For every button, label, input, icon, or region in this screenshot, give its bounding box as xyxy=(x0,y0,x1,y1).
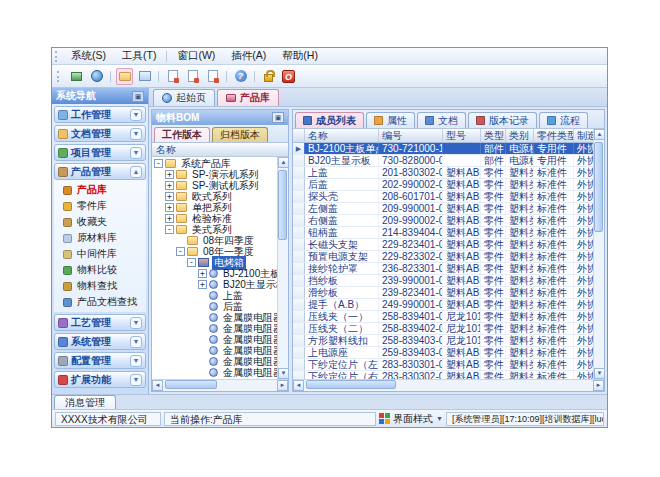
tree-toggle-icon[interactable]: + xyxy=(198,269,207,278)
tab-start-page[interactable]: 起始页 xyxy=(153,89,215,106)
menubar-grip[interactable] xyxy=(55,51,60,62)
member-tab-3[interactable]: 版本记录 xyxy=(468,112,537,128)
sidebar-section-3[interactable]: 产品管理▲ xyxy=(54,163,146,180)
sidebar-section-1[interactable]: 文档管理▼ xyxy=(54,125,146,142)
row-selector[interactable] xyxy=(293,323,305,334)
row-selector[interactable] xyxy=(293,239,305,250)
table-row[interactable]: 长磁头支架229-823401-00X塑料ABS零件塑料类标准件外协条 xyxy=(293,239,593,251)
member-tab-2[interactable]: 文档 xyxy=(417,112,466,128)
menu-tools[interactable]: 工具(T) xyxy=(114,48,164,64)
sidebar-item[interactable]: 物料查找 xyxy=(54,278,146,294)
chevron-up-icon[interactable]: ▲ xyxy=(130,166,142,178)
bom-panel-pin-button[interactable]: ▣ xyxy=(272,112,284,123)
table-row[interactable]: 下纱定位片（左）283-830301-00X塑料ABS零件塑料类标准件外协条 xyxy=(293,359,593,371)
exit-icon[interactable]: O xyxy=(280,68,297,85)
tree-toggle-icon[interactable]: - xyxy=(187,258,196,267)
chevron-down-icon[interactable]: ▼ xyxy=(130,147,142,159)
grid-column-header[interactable]: 制造方式 xyxy=(574,129,593,142)
tree-toggle-icon[interactable]: + xyxy=(165,214,174,223)
member-tab-1[interactable]: 属性 xyxy=(366,112,415,128)
sidebar-section-6[interactable]: 配置管理▼ xyxy=(54,352,146,369)
grid-column-header[interactable]: 型号 xyxy=(443,129,481,142)
chevron-down-icon[interactable]: ▼ xyxy=(130,355,142,367)
row-selector[interactable] xyxy=(293,251,305,262)
tree-node[interactable]: 上盖 xyxy=(152,290,277,301)
tree-node[interactable]: +BJ20主显示板 xyxy=(152,279,277,290)
table-row[interactable]: ▶BJ-2100主板单点730-721000-12X部件电源板专用件外协颗 xyxy=(293,143,593,155)
table-row[interactable]: BJ20主显示板730-828000-04X部件电源板专用件外协颗 xyxy=(293,155,593,167)
sidebar-item[interactable]: 收藏夹 xyxy=(54,214,146,230)
grid-column-header[interactable]: 类别 xyxy=(506,129,534,142)
tree-toggle-icon[interactable]: + xyxy=(165,181,174,190)
tree-toggle-icon[interactable]: - xyxy=(165,225,174,234)
row-selector[interactable] xyxy=(293,227,305,238)
row-selector[interactable] xyxy=(293,167,305,178)
sidebar-item[interactable]: 中间件库 xyxy=(54,246,146,262)
sidebar-item[interactable]: 产品库 xyxy=(54,182,146,198)
chevron-down-icon[interactable]: ▼ xyxy=(130,317,142,329)
scroll-left-icon[interactable]: ◄ xyxy=(152,380,163,391)
globe-icon[interactable] xyxy=(88,68,105,85)
table-row[interactable]: 上盖201-830302-00X塑料ABS零件塑料类标准件外协条 xyxy=(293,167,593,179)
sidebar-item[interactable]: 零件库 xyxy=(54,198,146,214)
chevron-down-icon[interactable]: ▼ xyxy=(130,374,142,386)
scroll-left-icon[interactable]: ◄ xyxy=(293,380,304,391)
chevron-down-icon[interactable]: ▼ xyxy=(130,336,142,348)
table-row[interactable]: 滑纱板239-823401-00X塑料ABS零件塑料类标准件外协条 xyxy=(293,287,593,299)
scroll-up-icon[interactable]: ▲ xyxy=(594,129,604,140)
chevron-down-icon[interactable]: ▼ xyxy=(130,109,142,121)
menu-system[interactable]: 系统(S) xyxy=(63,48,114,64)
tree-toggle-icon[interactable]: + xyxy=(165,203,174,212)
tree-toggle-icon[interactable]: - xyxy=(154,159,163,168)
grid-view-icon[interactable] xyxy=(136,68,153,85)
ui-style-dropdown[interactable]: 界面样式 ▼ xyxy=(379,412,443,426)
row-selector[interactable] xyxy=(293,275,305,286)
row-selector[interactable] xyxy=(293,371,305,379)
table-row[interactable]: 后盖202-990002-01X塑料ABS零件塑料类标准件外协条 xyxy=(293,179,593,191)
help-icon[interactable]: ? xyxy=(232,68,249,85)
table-row[interactable]: 挡纱板239-990001-01X塑料ABS零件塑料类标准件外协条 xyxy=(293,275,593,287)
scroll-down-icon[interactable]: ▼ xyxy=(594,368,604,379)
sidebar-collapse-button[interactable]: ▣ xyxy=(132,91,144,102)
table-row[interactable]: 压线夹（一）258-839401-00X尼龙1010零件塑料类标准件外协条 xyxy=(293,311,593,323)
grid-vertical-scrollbar[interactable]: ▲ ▼ xyxy=(593,129,604,379)
row-selector[interactable] xyxy=(293,335,305,346)
row-selector[interactable] xyxy=(293,287,305,298)
menu-plugins[interactable]: 插件(A) xyxy=(223,48,274,64)
table-row[interactable]: 上电源座259-839403-00X塑料ABS零件塑料类标准件外协条 xyxy=(293,347,593,359)
tab-product-library[interactable]: 产品库 xyxy=(217,89,279,106)
tab-archived-version[interactable]: 归档版本 xyxy=(212,127,268,142)
table-row[interactable]: 探头壳208-601701-01X塑料ABS零件塑料类标准件外协条 xyxy=(293,191,593,203)
row-selector[interactable] xyxy=(293,191,305,202)
table-row[interactable]: 右侧盖209-990002-01X塑料ABS零件塑料类标准件外协条 xyxy=(293,215,593,227)
tree-toggle-icon[interactable]: + xyxy=(165,170,174,179)
doc-edit-icon[interactable] xyxy=(184,68,201,85)
sidebar-section-5[interactable]: 系统管理▼ xyxy=(54,333,146,350)
tree-vertical-scrollbar[interactable]: ▲ ▼ xyxy=(277,157,288,379)
sidebar-section-7[interactable]: 扩展功能▼ xyxy=(54,371,146,388)
row-selector[interactable] xyxy=(293,359,305,370)
table-row[interactable]: 下纱定位片（右）283-830302-00X塑料ABS零件塑料类标准件外协条 xyxy=(293,371,593,379)
sidebar-section-0[interactable]: 工作管理▼ xyxy=(54,106,146,123)
row-selector[interactable] xyxy=(293,311,305,322)
doc-delete-icon[interactable] xyxy=(204,68,221,85)
lock-icon[interactable] xyxy=(260,68,277,85)
scroll-right-icon[interactable]: ► xyxy=(593,380,604,391)
sidebar-item[interactable]: 原材料库 xyxy=(54,230,146,246)
system-icon[interactable] xyxy=(68,68,85,85)
table-row[interactable]: 压线夹（二）258-839402-00X尼龙1010零件塑料类标准件外协条 xyxy=(293,323,593,335)
table-row[interactable]: 左侧盖209-990001-01X塑料ABS零件塑料类标准件外协条 xyxy=(293,203,593,215)
table-row[interactable]: 方形塑料线扣258-839403-00X尼龙1010零件塑料类标准件外协条 xyxy=(293,335,593,347)
toolbar-grip[interactable] xyxy=(57,71,62,82)
table-row[interactable]: 提手（A.B）249-990001-01X塑料ABS零件塑料类标准件外协条 xyxy=(293,299,593,311)
grid-horizontal-scrollbar[interactable]: ◄ ► xyxy=(293,379,604,391)
tree-toggle-icon[interactable]: + xyxy=(198,280,207,289)
grid-column-header[interactable]: 编号 xyxy=(379,129,443,142)
grid-column-header[interactable]: 零件类型 xyxy=(534,129,574,142)
member-tab-0[interactable]: 成员列表 xyxy=(295,112,364,128)
scroll-up-icon[interactable]: ▲ xyxy=(278,157,288,168)
table-row[interactable]: 接纱轮护罩236-823301-00X塑料ABS零件塑料类标准件外协条 xyxy=(293,263,593,275)
sidebar-item[interactable]: 产品文档查找 xyxy=(54,294,146,310)
row-selector[interactable] xyxy=(293,215,305,226)
tree-column-header[interactable]: 名称 xyxy=(152,143,288,157)
